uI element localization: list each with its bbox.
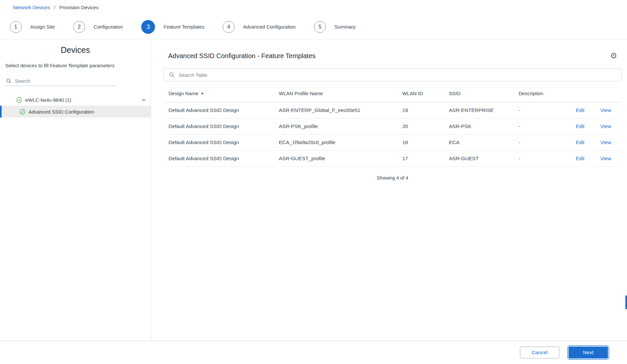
cell-wlan-profile: ECA_1f9a9a20c0_profile [274,139,397,145]
cell-wlan-id: 17 [397,156,444,161]
column-header-wlan-profile-name[interactable]: WLAN Profile Name [274,91,397,96]
cell-actions: Edit View [566,156,622,161]
search-icon [169,72,175,78]
cell-actions: Edit View [566,139,622,145]
device-tree: eWLC-fanlu-9840 (1) Advanced SSID Config… [0,94,151,118]
cell-actions: Edit View [566,123,622,129]
step-label-feature-templates: Feature Templates [164,24,204,30]
cell-ssid: ASR-ENTERPRISE [444,107,513,113]
step-summary[interactable]: 5 Summary [314,21,355,33]
cell-wlan-id: 19 [397,107,444,113]
step-number-4: 4 [223,21,235,33]
table-row: Default Advanced SSID Design ASR-PSK_pro… [163,118,622,135]
sort-ascending-icon [201,92,204,94]
column-header-design-name[interactable]: Design Name [163,91,274,96]
search-icon [6,78,11,84]
cancel-button[interactable]: Cancel [520,347,559,358]
cell-wlan-id: 20 [397,123,444,129]
step-number-5: 5 [314,21,326,33]
step-feature-templates[interactable]: 3 Feature Templates [141,20,204,34]
sidebar-search [5,76,117,86]
step-number-3: 3 [141,20,155,34]
cell-description: - [513,107,566,113]
view-link[interactable]: View [600,139,611,145]
cell-wlan-profile: ASR-ENTERP_Global_F_eec05e51 [274,107,397,113]
devices-sidebar: Devices Select devices to fill Feature T… [0,39,151,341]
check-circle-icon [16,97,22,103]
main-header: Advanced SSID Configuration - Feature Te… [163,52,622,60]
cell-design-name: Default Advanced SSID Design [163,156,274,161]
step-advanced-configuration[interactable]: 4 Advanced Configuration [223,21,296,33]
gear-icon[interactable]: ⚙ [610,52,617,60]
edit-link[interactable]: Edit [576,107,585,113]
sidebar-subtitle: Select devices to fill Feature Template … [5,63,146,68]
table-search [163,68,622,81]
view-link[interactable]: View [600,123,611,129]
footer-actions: Cancel Next [0,341,627,364]
step-label-configuration: Configuration [94,24,123,30]
table-row: Default Advanced SSID Design ECA_1f9a9a2… [163,135,622,151]
step-number-2: 2 [73,21,85,33]
step-configuration[interactable]: 2 Configuration [73,21,123,33]
tree-item-device-group[interactable]: eWLC-fanlu-9840 (1) [0,94,151,106]
column-header-ssid[interactable]: SSID [444,91,513,96]
cell-wlan-profile: ASR-GUEST_profile [274,156,397,161]
cell-description: - [513,123,566,129]
cell-description: - [513,156,566,161]
tree-item-advanced-ssid-configuration[interactable]: Advanced SSID Configuration [0,106,151,118]
cell-description: - [513,139,566,145]
cell-design-name: Default Advanced SSID Design [163,107,274,113]
cell-ssid: ECA [444,139,513,145]
cell-actions: Edit View [566,107,622,113]
cell-design-name: Default Advanced SSID Design [163,139,274,145]
table-row: Default Advanced SSID Design ASR-ENTERP_… [163,102,622,118]
breadcrumb-current: Provision Devices [59,5,99,10]
edit-link[interactable]: Edit [576,139,585,145]
step-label-advanced-configuration: Advanced Configuration [243,24,296,30]
edit-link[interactable]: Edit [576,123,585,129]
table-header-row: Design Name WLAN Profile Name WLAN ID SS… [163,85,622,102]
step-label-assign-site: Assign Site [30,24,55,30]
tree-item-label: Advanced SSID Configuration [29,109,94,115]
stepper: 1 Assign Site 2 Configuration 3 Feature … [0,14,627,39]
content-area: Devices Select devices to fill Feature T… [0,39,627,341]
table-search-input[interactable] [179,72,616,78]
scrollbar-thumb[interactable] [625,295,627,309]
next-button[interactable]: Next [569,347,608,358]
check-circle-icon [20,109,25,115]
tree-item-label: eWLC-fanlu-9840 (1) [25,97,71,103]
view-link[interactable]: View [600,107,611,113]
step-label-summary: Summary [334,24,355,30]
view-link[interactable]: View [600,156,611,161]
column-header-description[interactable]: Description [513,91,566,96]
chevron-down-icon[interactable] [141,97,146,102]
step-number-1: 1 [10,21,22,33]
table-row: Default Advanced SSID Design ASR-GUEST_p… [163,151,622,167]
breadcrumb: Network Devices / Provision Devices [0,0,627,14]
edit-link[interactable]: Edit [576,156,585,161]
page-title: Advanced SSID Configuration - Feature Te… [168,52,316,60]
cell-ssid: ASR-PSK [444,123,513,129]
step-assign-site[interactable]: 1 Assign Site [10,21,55,33]
sidebar-search-input[interactable] [15,78,116,84]
feature-templates-table: Design Name WLAN Profile Name WLAN ID SS… [163,85,622,167]
cell-design-name: Default Advanced SSID Design [163,123,274,129]
column-header-wlan-id[interactable]: WLAN ID [397,91,444,96]
sidebar-title: Devices [0,45,151,55]
breadcrumb-link-network-devices[interactable]: Network Devices [13,5,50,10]
cell-wlan-profile: ASR-PSK_profile [274,123,397,129]
cell-wlan-id: 18 [397,139,444,145]
table-summary: Showing 4 of 4 [163,175,622,181]
main-panel: Advanced SSID Configuration - Feature Te… [151,39,627,341]
column-header-label: Design Name [168,91,198,96]
breadcrumb-separator: / [54,5,56,10]
cell-ssid: ASR-GUEST [444,156,513,161]
